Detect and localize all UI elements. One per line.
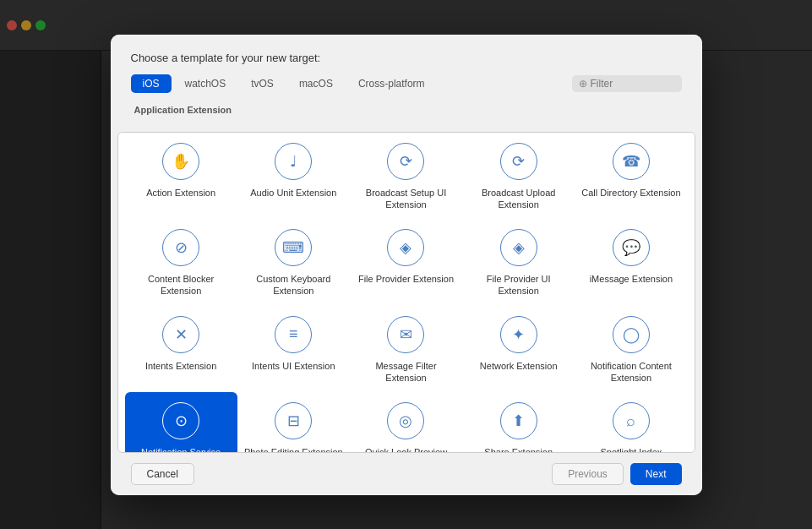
tab-crossplatform[interactable]: Cross-platform — [346, 74, 437, 93]
audio-icon: ♩ — [275, 143, 312, 180]
nav-buttons: Previous Next — [552, 463, 681, 485]
extension-label-notificationservice: Notification Service Extension — [130, 446, 232, 452]
extension-item-photoediting[interactable]: ⊟Photo Editing Extension — [237, 392, 350, 452]
intentsui-icon: ≡ — [275, 316, 312, 353]
notifcontent-icon: ◯ — [613, 316, 650, 353]
extension-label-contentblocker: Content Blocker Extension — [130, 273, 232, 297]
broadcast-icon: ⟳ — [387, 143, 424, 180]
extension-item-audiounit[interactable]: ♩Audio Unit Extension — [237, 133, 350, 220]
msgfilter-icon: ✉ — [387, 316, 424, 353]
photo-icon: ⊟ — [275, 402, 312, 439]
filter-icon: ⊕ — [579, 78, 587, 90]
intents-icon: ✕ — [162, 316, 199, 353]
extension-label-spotlight: Spotlight Index Extension — [580, 446, 682, 452]
extension-label-quicklook: Quick Look Preview Extension — [355, 446, 457, 452]
extension-label-messagefilter: Message Filter Extension — [355, 360, 457, 384]
template-chooser-modal: Choose a template for your new target: i… — [111, 35, 702, 495]
imsg-icon: 💬 — [613, 229, 650, 266]
extension-item-fileproviderui[interactable]: ◈File Provider UI Extension — [462, 219, 575, 306]
extension-label-network: Network Extension — [480, 360, 558, 372]
modal-title: Choose a template for your new target: — [131, 52, 682, 64]
extension-item-action[interactable]: ✋Action Extension — [125, 133, 237, 220]
extension-item-customkeyboard[interactable]: ⌨Custom Keyboard Extension — [237, 219, 350, 306]
extensions-grid: ✋Action Extension♩Audio Unit Extension⟳B… — [117, 132, 695, 453]
extension-label-intents: Intents Extension — [145, 360, 216, 372]
extension-item-intents[interactable]: ✕Intents Extension — [125, 306, 237, 393]
filter-input[interactable] — [591, 78, 675, 90]
extension-label-intentsui: Intents UI Extension — [252, 360, 335, 372]
share-icon: ⬆ — [500, 402, 537, 439]
platform-tab-bar: iOS watchOS tvOS macOS Cross-platform ⊕ — [131, 74, 682, 93]
extension-item-messagefilter[interactable]: ✉Message Filter Extension — [350, 306, 462, 393]
extension-item-fileprovider[interactable]: ◈File Provider Extension — [350, 219, 462, 306]
tab-macos[interactable]: macOS — [287, 74, 345, 93]
fileprov-icon: ◈ — [387, 229, 424, 266]
spotlight-icon: ⌕ — [613, 402, 650, 439]
extension-label-share: Share Extension — [484, 446, 553, 452]
network-icon: ✦ — [500, 316, 537, 353]
extension-item-notificationservice[interactable]: ⊙Notification Service Extension — [125, 392, 237, 452]
section-label: Application Extension — [131, 101, 682, 122]
tab-tvos[interactable]: tvOS — [239, 74, 286, 93]
phone-icon: ☎ — [613, 143, 650, 180]
extension-item-share[interactable]: ⬆Share Extension — [462, 392, 575, 452]
extension-label-broadcastupload: Broadcast Upload Extension — [467, 187, 569, 211]
keyboard-icon: ⌨ — [275, 229, 312, 266]
filter-box: ⊕ — [572, 75, 682, 92]
xcode-window: Choose a template for your new target: i… — [0, 0, 812, 529]
extension-label-fileprovider: File Provider Extension — [358, 273, 454, 285]
extension-item-quicklook[interactable]: ◎Quick Look Preview Extension — [350, 392, 462, 452]
tab-ios[interactable]: iOS — [131, 74, 172, 93]
block-icon: ⊘ — [162, 229, 199, 266]
extension-item-notificationcontent[interactable]: ◯Notification Content Extension — [575, 306, 687, 393]
notifservice-icon: ⊙ — [162, 402, 199, 439]
extension-item-contentblocker[interactable]: ⊘Content Blocker Extension — [125, 219, 237, 306]
tab-watchos[interactable]: watchOS — [173, 74, 238, 93]
extension-item-broadcastsetupui[interactable]: ⟳Broadcast Setup UI Extension — [350, 133, 462, 220]
extension-item-imessage[interactable]: 💬iMessage Extension — [575, 219, 687, 306]
extension-label-fileproviderui: File Provider UI Extension — [467, 273, 569, 297]
extension-label-calldirectory: Call Directory Extension — [581, 187, 680, 199]
modal-header: Choose a template for your new target: i… — [111, 35, 702, 132]
extension-item-intentsui[interactable]: ≡Intents UI Extension — [237, 306, 350, 393]
modal-footer: Cancel Previous Next — [111, 453, 702, 495]
extension-label-photoediting: Photo Editing Extension — [244, 446, 343, 452]
extension-item-network[interactable]: ✦Network Extension — [462, 306, 575, 393]
extension-item-broadcastupload[interactable]: ⟳Broadcast Upload Extension — [462, 133, 575, 220]
extension-item-spotlight[interactable]: ⌕Spotlight Index Extension — [575, 392, 687, 452]
hand-icon: ✋ — [162, 143, 199, 180]
extension-label-action: Action Extension — [146, 187, 215, 199]
broadcast-icon: ⟳ — [500, 143, 537, 180]
quicklook-icon: ◎ — [387, 402, 424, 439]
extension-label-imessage: iMessage Extension — [590, 273, 673, 285]
next-button[interactable]: Next — [630, 463, 682, 485]
extension-label-audiounit: Audio Unit Extension — [250, 187, 336, 199]
extension-label-broadcastsetupui: Broadcast Setup UI Extension — [355, 187, 457, 211]
cancel-button[interactable]: Cancel — [131, 463, 194, 485]
extension-label-notificationcontent: Notification Content Extension — [580, 360, 682, 384]
extension-label-customkeyboard: Custom Keyboard Extension — [243, 273, 345, 297]
modal-overlay: Choose a template for your new target: i… — [0, 0, 812, 529]
previous-button[interactable]: Previous — [552, 463, 624, 485]
fileprov-icon: ◈ — [500, 229, 537, 266]
extension-item-calldirectory[interactable]: ☎Call Directory Extension — [575, 133, 687, 220]
